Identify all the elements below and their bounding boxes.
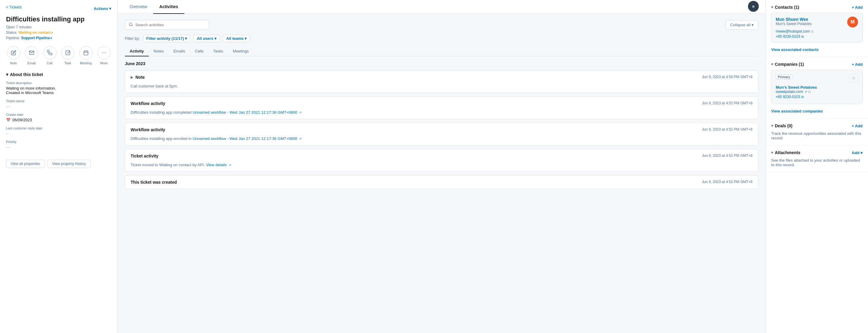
act-tab-meetings[interactable]: Meetings bbox=[228, 47, 254, 56]
add-deal-link[interactable]: + Add bbox=[852, 124, 863, 128]
note-label: Note bbox=[10, 61, 17, 65]
workflow1-body: Difficulties installing app completed Un… bbox=[125, 110, 758, 119]
company-card: Primary Mun's Sweet Potatoes sweetpotato… bbox=[771, 70, 863, 104]
attachments-section-title: ▾ Attachments bbox=[771, 150, 801, 155]
company-website-row: sweetpotato.com ↗ ⧉ bbox=[776, 90, 858, 94]
companies-section: ▾ Companies (1) + Add Primary Mun's Swee… bbox=[766, 57, 868, 119]
tab-overview[interactable]: Overview bbox=[124, 0, 153, 14]
actions-button[interactable]: Actions ▾ bbox=[94, 6, 111, 11]
view-details-link[interactable]: View details ↗ bbox=[206, 162, 231, 167]
filter-row: Filter by: Filter activity (11/17) ▾ All… bbox=[125, 35, 758, 42]
attachments-section: ▾ Attachments Add ▾ See the files attach… bbox=[766, 145, 868, 172]
ticket-owner-value: — bbox=[6, 104, 111, 109]
note-body: Call customer back at 5pm. bbox=[125, 84, 758, 93]
contact-phone-number: +65 9230-0103 bbox=[776, 34, 800, 39]
left-panel: < Tickets Actions ▾ Difficulties install… bbox=[0, 0, 118, 333]
meeting-action[interactable]: Meeting bbox=[79, 46, 93, 65]
call-action[interactable]: Call bbox=[43, 46, 56, 65]
search-input[interactable] bbox=[135, 23, 206, 27]
act-tab-emails[interactable]: Emails bbox=[168, 47, 190, 56]
contact-email-link[interactable]: mwee@hubspot.com bbox=[776, 29, 810, 33]
copy-website-icon[interactable]: ⧉ bbox=[808, 90, 811, 94]
tab-activities[interactable]: Activities bbox=[153, 0, 184, 14]
activity-card-workflow-1: Workflow activity Jun 9, 2023 at 4:52 PM… bbox=[125, 96, 758, 119]
svg-point-11 bbox=[853, 78, 854, 79]
view-property-history-button[interactable]: View property history bbox=[48, 159, 91, 168]
calendar-icon: 📅 bbox=[6, 118, 10, 122]
contact-email-row: mwee@hubspot.com ⧉ bbox=[776, 29, 858, 33]
activity-card-note: ▶ Note Jun 9, 2023 at 4:58 PM GMT+8 Call… bbox=[125, 70, 758, 93]
chevron-down-icon: ▾ bbox=[771, 5, 773, 9]
priority-value: — bbox=[6, 145, 111, 149]
more-label: More bbox=[100, 61, 108, 65]
act-tab-calls[interactable]: Calls bbox=[190, 47, 208, 56]
card-title-note: ▶ Note bbox=[131, 75, 145, 80]
priority-field: Priority — bbox=[6, 140, 111, 149]
note-action[interactable]: Note bbox=[7, 46, 20, 65]
month-header: June 2023 bbox=[125, 61, 758, 66]
svg-point-9 bbox=[129, 23, 132, 26]
activity-sub-tabs: Activity Notes Emails Calls Tasks Meetin… bbox=[125, 47, 758, 56]
created-timestamp: Jun 9, 2023 at 4:52 PM GMT+8 bbox=[702, 180, 752, 184]
filter-teams-chip[interactable]: All teams ▾ bbox=[223, 35, 250, 42]
act-tab-tasks[interactable]: Tasks bbox=[208, 47, 228, 56]
svg-rect-2 bbox=[84, 51, 88, 55]
view-associated-contacts-link[interactable]: View associated contacts bbox=[771, 48, 818, 52]
deals-section-title: ▾ Deals (0) bbox=[771, 123, 792, 128]
collapse-all-button[interactable]: Collapse all ▾ bbox=[726, 20, 758, 30]
chevron-down-icon: ▾ bbox=[771, 124, 773, 128]
add-contact-link[interactable]: + Add bbox=[852, 5, 863, 10]
filter-users-chip[interactable]: All users ▾ bbox=[193, 35, 220, 42]
task-icon bbox=[61, 46, 74, 59]
external-link-icon: ↗ bbox=[228, 163, 231, 167]
expand-icon[interactable]: ▶ bbox=[131, 75, 133, 79]
copy-phone-icon[interactable]: ⧉ bbox=[801, 35, 804, 39]
bottom-buttons: View all properties View property histor… bbox=[6, 159, 111, 168]
deals-section: ▾ Deals (0) + Add Track the revenue oppo… bbox=[766, 119, 868, 145]
add-company-link[interactable]: + Add bbox=[852, 62, 863, 67]
act-tab-notes[interactable]: Notes bbox=[149, 47, 168, 56]
card-title-created: This ticket was created bbox=[131, 180, 177, 185]
svg-point-8 bbox=[105, 53, 106, 53]
card-title-ticket: Ticket activity bbox=[131, 154, 158, 158]
ticket-description-field: Ticket description Waiting on more infor… bbox=[6, 81, 111, 95]
view-all-properties-button[interactable]: View all properties bbox=[6, 159, 44, 168]
ticket-owner-label: Ticket owner bbox=[6, 99, 111, 103]
attachments-desc: See the files attached to your activitie… bbox=[771, 158, 863, 167]
last-reply-field: Last customer reply date -- bbox=[6, 126, 111, 136]
primary-badge: Primary bbox=[776, 74, 792, 79]
view-associated-companies-link[interactable]: View associated companies bbox=[771, 109, 823, 113]
last-reply-label: Last customer reply date bbox=[6, 126, 111, 130]
pipeline-value[interactable]: Support Pipeline ▾ bbox=[21, 36, 52, 40]
filter-activity-chip[interactable]: Filter activity (11/17) ▾ bbox=[143, 35, 191, 42]
status-value[interactable]: Waiting on contact ▾ bbox=[19, 30, 53, 35]
activity-card-ticket: Ticket activity Jun 9, 2023 at 4:52 PM G… bbox=[125, 149, 758, 172]
expand-panel-button[interactable]: » bbox=[748, 1, 759, 12]
company-name[interactable]: Mun's Sweet Potatoes bbox=[776, 85, 858, 90]
svg-line-10 bbox=[132, 25, 133, 26]
company-website-link[interactable]: sweetpotato.com bbox=[776, 90, 803, 94]
company-settings-icon[interactable] bbox=[849, 73, 858, 83]
task-action[interactable]: Task bbox=[61, 46, 74, 65]
priority-label: Priority bbox=[6, 140, 111, 144]
create-date-field: Create date 📅 06/09/2023 bbox=[6, 113, 111, 122]
act-tab-activity[interactable]: Activity bbox=[125, 47, 149, 56]
note-icon bbox=[7, 46, 20, 59]
company-phone-number: +65 9230-0103 bbox=[776, 95, 800, 99]
back-link[interactable]: < Tickets bbox=[6, 5, 22, 9]
companies-section-title: ▾ Companies (1) bbox=[771, 62, 804, 67]
contact-name[interactable]: Mun Shuen Wee bbox=[776, 17, 812, 22]
email-action[interactable]: Email bbox=[25, 46, 38, 65]
create-date-label: Create date bbox=[6, 113, 111, 116]
search-box[interactable] bbox=[125, 20, 209, 30]
svg-rect-1 bbox=[66, 51, 70, 55]
add-attachment-button[interactable]: Add ▾ bbox=[852, 151, 863, 155]
more-action[interactable]: More bbox=[97, 46, 111, 65]
workflow2-link[interactable]: Unnamed workflow - Wed Jan 27 2021 12:17… bbox=[193, 137, 302, 141]
workflow1-link[interactable]: Unnamed workflow - Wed Jan 27 2021 12:17… bbox=[193, 110, 302, 115]
about-section-header[interactable]: ▾ About this ticket bbox=[6, 72, 111, 77]
contact-phone-row: +65 9230-0103 ⧉ bbox=[776, 34, 858, 39]
copy-email-icon[interactable]: ⧉ bbox=[811, 30, 813, 33]
copy-company-phone-icon[interactable]: ⧉ bbox=[801, 95, 804, 99]
contact-company: Mun's Sweet Potatoes bbox=[776, 22, 812, 26]
